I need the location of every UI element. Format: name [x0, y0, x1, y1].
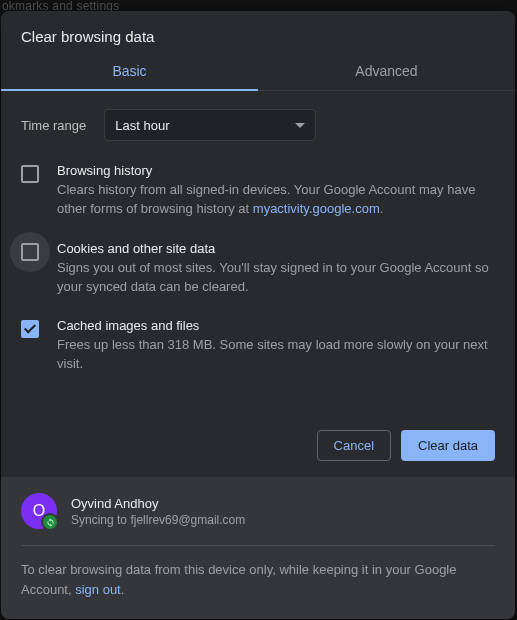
option-title: Cached images and files	[57, 318, 495, 333]
dialog-actions: Cancel Clear data	[1, 418, 515, 477]
account-name: Oyvind Andhoy	[71, 496, 245, 511]
option-title: Cookies and other site data	[57, 241, 495, 256]
checkbox-cache[interactable]	[21, 320, 39, 338]
time-range-row: Time range Last hour	[21, 109, 495, 141]
option-cache: Cached images and files Frees up less th…	[21, 318, 495, 374]
chevron-down-icon	[295, 123, 305, 128]
option-cookies: Cookies and other site data Signs you ou…	[21, 241, 495, 297]
time-range-value: Last hour	[115, 118, 169, 133]
dialog-body: Time range Last hour Browsing history Cl…	[1, 91, 515, 418]
clear-data-button[interactable]: Clear data	[401, 430, 495, 461]
sign-out-link[interactable]: sign out	[75, 582, 121, 597]
option-description: Clears history from all signed-in device…	[57, 181, 495, 219]
time-range-select[interactable]: Last hour	[104, 109, 316, 141]
tab-advanced[interactable]: Advanced	[258, 53, 515, 90]
avatar: O	[21, 493, 57, 529]
time-range-label: Time range	[21, 118, 86, 133]
account-sync-status: Syncing to fjellrev69@gmail.com	[71, 513, 245, 527]
dialog-footer: O Oyvind Andhoy Syncing to fjellrev69@gm…	[1, 477, 515, 619]
option-description: Frees up less than 318 MB. Some sites ma…	[57, 336, 495, 374]
myactivity-link[interactable]: myactivity.google.com	[253, 201, 380, 216]
option-browsing-history: Browsing history Clears history from all…	[21, 163, 495, 219]
checkbox-cookies[interactable]	[21, 243, 39, 261]
dialog-title: Clear browsing data	[1, 11, 515, 53]
option-title: Browsing history	[57, 163, 495, 178]
checkbox-browsing-history[interactable]	[21, 165, 39, 183]
clear-browsing-data-dialog: Clear browsing data Basic Advanced Time …	[1, 11, 515, 619]
cancel-button[interactable]: Cancel	[317, 430, 391, 461]
option-description: Signs you out of most sites. You'll stay…	[57, 259, 495, 297]
account-row: O Oyvind Andhoy Syncing to fjellrev69@gm…	[21, 493, 495, 546]
footer-note: To clear browsing data from this device …	[21, 560, 495, 599]
tab-basic[interactable]: Basic	[1, 53, 258, 90]
sync-badge-icon	[41, 513, 59, 531]
tab-bar: Basic Advanced	[1, 53, 515, 91]
